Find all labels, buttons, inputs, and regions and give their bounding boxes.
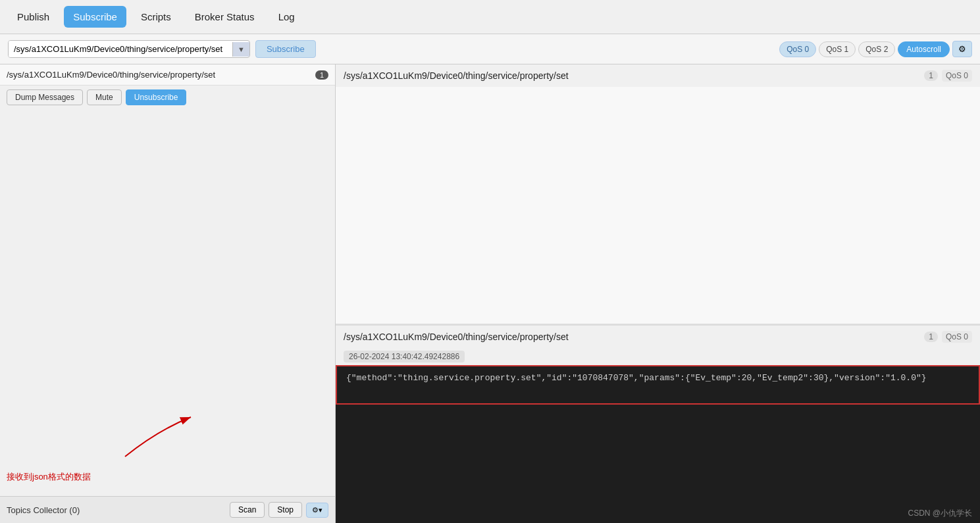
collector-label: Topics Collector (0) <box>7 505 226 515</box>
topic-input[interactable] <box>9 41 232 57</box>
dump-messages-button[interactable]: Dump Messages <box>7 89 83 105</box>
settings-gear-button[interactable]: ⚙ <box>952 41 972 57</box>
collector-gear-button[interactable]: ⚙▾ <box>306 503 328 518</box>
message-count-2: 1 <box>924 332 938 342</box>
stop-button[interactable]: Stop <box>269 502 302 518</box>
message-body-area-1 <box>336 87 980 324</box>
annotation-arrow-icon <box>118 411 197 463</box>
topics-collector: Topics Collector (0) Scan Stop ⚙▾ <box>0 496 335 523</box>
message-qos-1: QoS 0 <box>942 70 972 82</box>
dark-footer: CSDN @小仇学长 <box>336 405 980 523</box>
message-header-1: /sys/a1XCO1LuKm9/Device0/thing/service/p… <box>336 64 980 87</box>
message-timestamp: 26-02-2024 13:40:42.49242886 <box>344 351 465 362</box>
autoscroll-button[interactable]: Autoscroll <box>898 41 950 57</box>
nav-scripts[interactable]: Scripts <box>132 6 180 28</box>
qos1-button[interactable]: QoS 1 <box>819 41 856 57</box>
annotation-area: 接收到json格式的数据 <box>0 109 335 496</box>
topic-input-wrapper: ▼ <box>8 40 250 58</box>
scan-button[interactable]: Scan <box>230 502 265 518</box>
main-layout: /sys/a1XCO1LuKm9/Device0/thing/service/p… <box>0 64 980 523</box>
topic-item: /sys/a1XCO1LuKm9/Device0/thing/service/p… <box>0 64 335 86</box>
message-qos-2: QoS 0 <box>942 331 972 343</box>
message-count-1: 1 <box>924 70 938 81</box>
nav-publish[interactable]: Publish <box>8 6 59 28</box>
message-topic-1: /sys/a1XCO1LuKm9/Device0/thing/service/p… <box>344 70 924 81</box>
message-header-2: /sys/a1XCO1LuKm9/Device0/thing/service/p… <box>336 326 980 348</box>
topic-badge: 1 <box>315 70 328 80</box>
nav-log[interactable]: Log <box>269 6 304 28</box>
message-meta-2: 26-02-2024 13:40:42.49242886 <box>336 348 980 365</box>
nav-broker-status[interactable]: Broker Status <box>186 6 264 28</box>
left-panel: /sys/a1XCO1LuKm9/Device0/thing/service/p… <box>0 64 336 523</box>
right-panel: /sys/a1XCO1LuKm9/Device0/thing/service/p… <box>336 64 980 523</box>
message-topic-2: /sys/a1XCO1LuKm9/Device0/thing/service/p… <box>344 332 924 342</box>
annotation-text: 接收到json格式的数据 <box>7 471 91 483</box>
message-body-json: {"method":"thing.service.property.set","… <box>336 365 980 405</box>
topic-label: /sys/a1XCO1LuKm9/Device0/thing/service/p… <box>7 70 310 80</box>
unsubscribe-button[interactable]: Unsubscribe <box>126 89 187 105</box>
subscribe-bar: ▼ Subscribe QoS 0 QoS 1 QoS 2 Autoscroll… <box>0 34 980 64</box>
mute-button[interactable]: Mute <box>87 89 122 105</box>
nav-subscribe[interactable]: Subscribe <box>64 6 126 28</box>
topic-dropdown-arrow[interactable]: ▼ <box>232 42 249 57</box>
message-entry-2: /sys/a1XCO1LuKm9/Device0/thing/service/p… <box>336 324 980 405</box>
message-entry-1: /sys/a1XCO1LuKm9/Device0/thing/service/p… <box>336 64 980 324</box>
subscribe-button[interactable]: Subscribe <box>255 40 316 58</box>
qos0-button[interactable]: QoS 0 <box>779 41 816 57</box>
topic-actions: Dump Messages Mute Unsubscribe <box>0 86 335 109</box>
footer-credit: CSDN @小仇学长 <box>908 508 972 519</box>
qos-group: QoS 0 QoS 1 QoS 2 Autoscroll ⚙ <box>779 41 972 57</box>
top-nav: Publish Subscribe Scripts Broker Status … <box>0 0 980 34</box>
qos2-button[interactable]: QoS 2 <box>858 41 895 57</box>
